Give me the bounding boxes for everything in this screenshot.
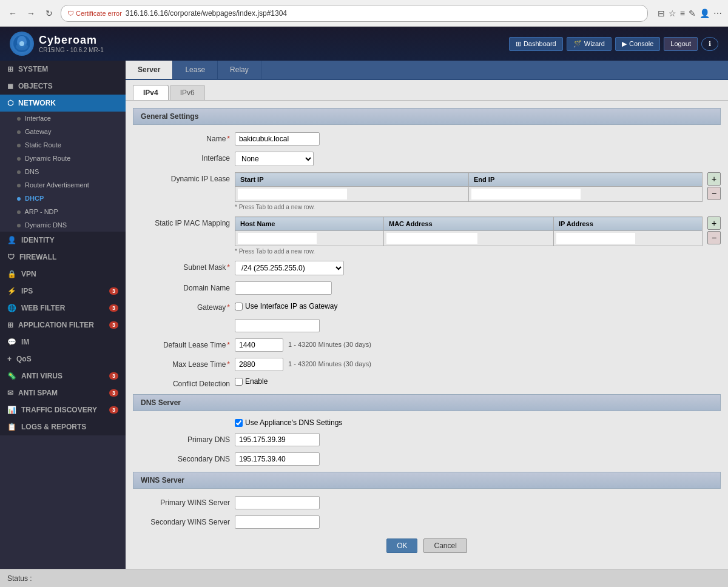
dot-icon — [17, 224, 21, 227]
gateway-row: Gateway* Use Interface IP as Gateway — [133, 301, 721, 332]
default-lease-time-hint: 1 - 43200 Minutes (30 days) — [288, 338, 371, 348]
primary-wins-label: Primary WINS Server — [133, 496, 230, 507]
mac-address-input[interactable] — [386, 233, 477, 244]
console-button[interactable]: ▶ Console — [615, 37, 660, 51]
reload-button[interactable]: ↻ — [42, 7, 56, 20]
sidebar-item-static-route[interactable]: Static Route — [0, 138, 126, 152]
sidebar-item-antivirus[interactable]: 🦠 ANTI VIRUS 3 — [0, 367, 126, 384]
remove-ip-row-button[interactable]: − — [707, 187, 721, 200]
dns-server-header: DNS Server — [133, 394, 721, 411]
sidebar-item-qos[interactable]: + QoS — [0, 351, 126, 367]
subnet-mask-select[interactable]: /24 (255.255.255.0) /16 (255.255.0.0) /8… — [235, 261, 344, 275]
ip-lease-row — [235, 187, 703, 202]
use-interface-ip-checkbox[interactable] — [235, 303, 243, 310]
menu-icon[interactable]: ≡ — [680, 8, 685, 18]
ips-icon: ⚡ — [7, 287, 16, 295]
bookmarks-icon[interactable]: ⊟ — [658, 8, 665, 18]
ip-table-hint: * Press Tab to add a new row. — [235, 204, 721, 210]
mac-mapping-row — [235, 231, 703, 246]
secondary-wins-row: Secondary WINS Server — [133, 515, 721, 529]
use-interface-ip-label: Use Interface IP as Gateway — [235, 302, 338, 310]
sidebar-item-dynamic-dns[interactable]: Dynamic DNS — [0, 218, 126, 232]
edit-icon[interactable]: ✎ — [689, 8, 696, 18]
cancel-button[interactable]: Cancel — [423, 538, 467, 553]
sidebar-item-dns[interactable]: DNS — [0, 165, 126, 178]
start-ip-input[interactable] — [238, 189, 347, 200]
dashboard-button[interactable]: ⊞ Dashboard — [509, 37, 563, 51]
tab-relay[interactable]: Relay — [218, 61, 261, 79]
sidebar-item-system[interactable]: ⊞ SYSTEM — [0, 61, 126, 78]
browser-chrome: ← → ↻ 🛡 Certificate error 316.16.16.16/c… — [0, 0, 728, 27]
dot-icon — [17, 170, 21, 174]
star-icon[interactable]: ☆ — [669, 8, 676, 18]
gateway-input[interactable] — [235, 319, 320, 332]
primary-dns-input[interactable] — [235, 433, 320, 446]
remove-mac-row-button[interactable]: − — [707, 231, 721, 244]
info-button[interactable]: ℹ — [701, 37, 718, 51]
svg-point-3 — [19, 41, 24, 46]
web-filter-icon: 🌐 — [7, 304, 16, 312]
gateway-label: Gateway* — [133, 301, 230, 312]
ips-badge: 3 — [109, 287, 118, 295]
sidebar-item-gateway[interactable]: Gateway — [0, 125, 126, 138]
secondary-dns-input[interactable] — [235, 452, 320, 466]
name-label: Name* — [133, 132, 230, 143]
sidebar-item-logs-reports[interactable]: 📋 LOGS & REPORTS — [0, 418, 126, 435]
end-ip-input[interactable] — [471, 189, 581, 200]
tab-ipv6[interactable]: IPv6 — [170, 85, 205, 100]
add-ip-row-button[interactable]: + — [707, 172, 721, 186]
sidebar-item-dhcp[interactable]: DHCP — [0, 192, 126, 205]
back-button[interactable]: ← — [6, 7, 19, 20]
forward-button[interactable]: → — [24, 7, 38, 20]
logout-button[interactable]: Logout — [664, 37, 698, 51]
sidebar-item-app-filter[interactable]: ⊞ APPLICATION FILTER 3 — [0, 317, 126, 334]
wizard-button[interactable]: 🪄 Wizard — [567, 37, 612, 51]
dashboard-icon: ⊞ — [516, 40, 521, 48]
app-header: Cyberoam CR15iNG - 10.6.2 MR-1 ⊞ Dashboa… — [0, 27, 728, 61]
form-content: General Settings Name* Interface None Po… — [126, 101, 728, 569]
sidebar-item-interface[interactable]: Interface — [0, 112, 126, 125]
sidebar-item-objects[interactable]: ◼ OBJECTS — [0, 78, 126, 95]
interface-select[interactable]: None Port1 Port2 — [235, 152, 314, 166]
more-icon[interactable]: ⋯ — [713, 8, 722, 18]
host-name-input[interactable] — [238, 233, 317, 244]
tab-server[interactable]: Server — [126, 61, 173, 79]
sidebar-item-traffic-discovery[interactable]: 📊 TRAFFIC DISCOVERY 3 — [0, 401, 126, 418]
add-mac-row-button[interactable]: + — [707, 216, 721, 230]
inner-tab-bar: IPv4 IPv6 — [126, 80, 728, 101]
sidebar-item-ips[interactable]: ⚡ IPS 3 — [0, 283, 126, 300]
tab-ipv4[interactable]: IPv4 — [133, 85, 169, 100]
address-bar[interactable]: 🛡 Certificate error 316.16.16.16/corpora… — [61, 5, 648, 22]
default-lease-time-input[interactable] — [235, 338, 283, 352]
ip-lease-table: Start IP End IP — [235, 172, 703, 202]
sidebar-item-antispam[interactable]: ✉ ANTI SPAM 3 — [0, 384, 126, 401]
primary-wins-row: Primary WINS Server — [133, 496, 721, 509]
sidebar-item-firewall[interactable]: 🛡 FIREWALL — [0, 249, 126, 266]
cert-error: 🛡 Certificate error — [67, 10, 122, 17]
primary-wins-input[interactable] — [235, 496, 320, 509]
sidebar-item-vpn[interactable]: 🔒 VPN — [0, 266, 126, 283]
host-name-header: Host Name — [235, 217, 384, 231]
secondary-wins-input[interactable] — [235, 515, 320, 529]
sidebar-item-network[interactable]: ⬡ NETWORK — [0, 95, 126, 112]
dot-icon — [17, 197, 21, 201]
conflict-detection-checkbox[interactable] — [235, 378, 243, 386]
dot-icon — [17, 117, 21, 121]
sidebar-item-im[interactable]: 💬 IM — [0, 334, 126, 351]
antispam-badge: 3 — [109, 389, 118, 397]
domain-name-input[interactable] — [235, 281, 332, 295]
ip-address-input[interactable] — [556, 233, 635, 244]
max-lease-time-input[interactable] — [235, 358, 283, 371]
sidebar-item-identity[interactable]: 👤 IDENTITY — [0, 232, 126, 249]
sidebar-item-dynamic-route[interactable]: Dynamic Route — [0, 152, 126, 165]
secondary-wins-label: Secondary WINS Server — [133, 515, 230, 526]
use-appliance-dns-checkbox[interactable] — [235, 419, 243, 427]
sidebar-item-router-advertisement[interactable]: Router Advertisement — [0, 178, 126, 192]
ok-button[interactable]: OK — [386, 538, 417, 553]
tab-lease[interactable]: Lease — [173, 61, 218, 79]
sidebar-item-web-filter[interactable]: 🌐 WEB FILTER 3 — [0, 300, 126, 317]
dot-icon — [17, 210, 21, 214]
sidebar-item-arp-ndp[interactable]: ARP - NDP — [0, 205, 126, 218]
name-input[interactable] — [235, 132, 320, 146]
profile-icon[interactable]: 👤 — [699, 8, 710, 18]
